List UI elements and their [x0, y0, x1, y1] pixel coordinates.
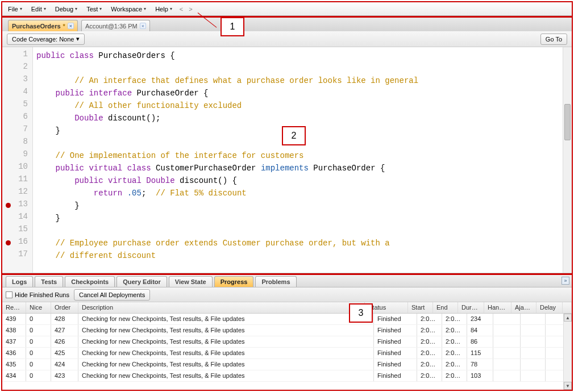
code-line[interactable]: [36, 224, 559, 237]
line-number[interactable]: 3: [2, 74, 32, 87]
close-icon[interactable]: ×: [68, 23, 74, 29]
line-number[interactable]: 17: [2, 249, 32, 262]
table-row[interactable]: 4360425Checking for new Checkpoints, Tes…: [2, 348, 572, 359]
table-row[interactable]: 4390428Checking for new Checkpoints, Tes…: [2, 314, 572, 325]
close-icon[interactable]: ×: [140, 23, 146, 29]
table-row[interactable]: 4380427Checking for new Checkpoints, Tes…: [2, 325, 572, 336]
line-number[interactable]: 10: [2, 162, 32, 174]
code-content[interactable]: public class PurchaseOrders { // An inte…: [33, 47, 563, 273]
hide-finished-checkbox[interactable]: Hide Finished Runs: [6, 291, 69, 298]
code-line[interactable]: public class PurchaseOrders {: [36, 49, 559, 62]
code-line[interactable]: Double discount();: [36, 112, 559, 124]
cell: 115: [467, 348, 493, 358]
menu-test[interactable]: Test▾: [83, 5, 105, 14]
cancel-deployments-button[interactable]: Cancel All Deployments: [74, 289, 150, 301]
grid-scrollbar[interactable]: ▲ ▼: [563, 314, 572, 390]
panel-tab-progress[interactable]: Progress: [214, 276, 254, 287]
line-number[interactable]: 12: [2, 187, 32, 199]
cell: 0: [26, 314, 51, 324]
code-line[interactable]: // Employee purchase order extends Custo…: [36, 237, 559, 249]
panel-tab-query-editor[interactable]: Query Editor: [117, 276, 167, 287]
col-delay[interactable]: Delay: [536, 302, 563, 313]
scrollbar-thumb[interactable]: [564, 104, 571, 140]
code-line[interactable]: // All other functionality excluded: [36, 99, 559, 112]
grid-header: ReqId Nice Order Description Status Star…: [2, 302, 572, 314]
code-line[interactable]: }: [36, 212, 559, 224]
code-line[interactable]: public interface PurchaseOrder {: [36, 87, 559, 99]
panel-tab-view-state[interactable]: View State: [169, 276, 213, 287]
code-editor[interactable]: 1234567891011121314151617 public class P…: [2, 47, 572, 273]
line-number[interactable]: 7: [2, 124, 32, 137]
scroll-up-icon[interactable]: ▲: [564, 314, 572, 322]
line-number[interactable]: 2: [2, 62, 32, 74]
grid-body[interactable]: 4390428Checking for new Checkpoints, Tes…: [2, 314, 572, 390]
cell: Finished: [374, 314, 417, 324]
menu-edit[interactable]: Edit▾: [28, 5, 49, 14]
line-number[interactable]: 1: [2, 49, 32, 62]
col-order[interactable]: Order: [51, 302, 78, 313]
line-number[interactable]: 5: [2, 99, 32, 112]
code-line[interactable]: // different discount: [36, 249, 559, 262]
line-number[interactable]: 13: [2, 199, 32, 212]
cell: [521, 370, 546, 381]
scroll-down-icon[interactable]: ▼: [564, 382, 572, 390]
cell: Finished: [374, 359, 417, 370]
col-ajax[interactable]: Ajax E: [511, 302, 536, 313]
checkbox-label: Hide Finished Runs: [15, 291, 69, 298]
tab-account[interactable]: Account@1:36 PM ×: [81, 20, 150, 31]
nav-back-icon[interactable]: <: [178, 6, 185, 12]
nav-forward-icon[interactable]: >: [187, 6, 194, 12]
line-number[interactable]: 6: [2, 112, 32, 124]
code-line[interactable]: [36, 62, 559, 74]
menu-help[interactable]: Help▾: [152, 5, 176, 14]
line-number[interactable]: 9: [2, 149, 32, 162]
goto-button[interactable]: Go To: [540, 34, 567, 45]
code-line[interactable]: }: [36, 199, 559, 212]
line-number[interactable]: 4: [2, 87, 32, 99]
dirty-indicator: *: [63, 23, 65, 30]
col-start[interactable]: Start: [408, 302, 433, 313]
col-nice[interactable]: Nice: [26, 302, 51, 313]
col-duration[interactable]: Duration: [458, 302, 484, 313]
code-line[interactable]: // One implementation of the interface f…: [36, 149, 559, 162]
menu-workspace[interactable]: Workspace▾: [107, 5, 149, 14]
cell: [521, 336, 546, 347]
panel-tab-checkpoints[interactable]: Checkpoints: [65, 276, 115, 287]
cell: 234: [467, 314, 493, 324]
code-coverage-dropdown[interactable]: Code Coverage: None ▾: [7, 34, 85, 45]
code-line[interactable]: return .05; // Flat 5% discount: [36, 187, 559, 199]
cell: 439: [2, 314, 26, 324]
cell: Checking for new Checkpoints, Test resul…: [78, 314, 374, 324]
col-end[interactable]: End: [433, 302, 458, 313]
callout-2: 2: [282, 126, 306, 145]
line-number[interactable]: 14: [2, 212, 32, 224]
menu-file[interactable]: File▾: [5, 5, 26, 14]
col-handler[interactable]: Handler: [484, 302, 511, 313]
tab-purchaseorders[interactable]: PurchaseOrders * ×: [8, 20, 78, 31]
checkbox-icon[interactable]: [6, 291, 13, 298]
col-reqid[interactable]: ReqId: [2, 302, 26, 313]
line-number[interactable]: 16: [2, 237, 32, 249]
code-line[interactable]: public virtual Double discount() {: [36, 174, 559, 187]
menu-debug[interactable]: Debug▾: [52, 5, 81, 14]
code-line[interactable]: // An interface that defines what a purc…: [36, 74, 559, 87]
panel-tab-problems[interactable]: Problems: [255, 276, 296, 287]
line-number[interactable]: 11: [2, 174, 32, 187]
line-gutter[interactable]: 1234567891011121314151617: [2, 47, 33, 273]
line-number[interactable]: 15: [2, 224, 32, 237]
table-row[interactable]: 4340423Checking for new Checkpoints, Tes…: [2, 370, 572, 382]
expand-icon[interactable]: »: [561, 277, 569, 285]
chevron-down-icon: ▾: [170, 6, 172, 11]
table-row[interactable]: 4370426Checking for new Checkpoints, Tes…: [2, 336, 572, 348]
panel-tab-logs[interactable]: Logs: [6, 276, 33, 287]
col-desc[interactable]: Description: [78, 302, 365, 313]
cell: 0: [26, 336, 51, 347]
tab-label: Account@1:36 PM: [85, 23, 138, 30]
line-number[interactable]: 8: [2, 137, 32, 149]
vertical-scrollbar[interactable]: [563, 47, 572, 273]
code-line[interactable]: public virtual class CustomerPurchaseOrd…: [36, 162, 559, 174]
cell: 2:0…: [442, 370, 467, 381]
table-row[interactable]: 4350424Checking for new Checkpoints, Tes…: [2, 359, 572, 370]
panel-tab-tests[interactable]: Tests: [35, 276, 63, 287]
cell: 436: [2, 348, 26, 358]
